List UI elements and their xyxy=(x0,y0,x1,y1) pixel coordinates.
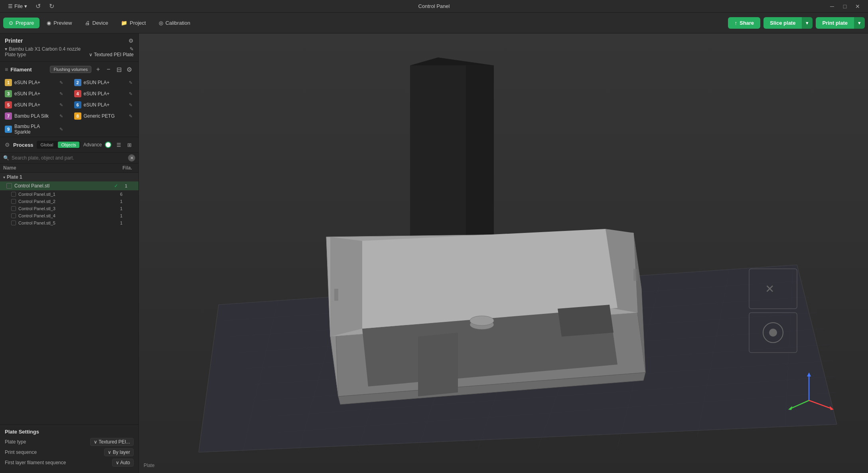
filament-name-9: Bambu PLA Sparkle xyxy=(14,124,56,135)
toggle-objects[interactable]: Objects xyxy=(58,142,79,148)
toggle-global[interactable]: Global xyxy=(37,142,57,148)
flushing-volumes-button[interactable]: Flushing volumes xyxy=(50,66,91,73)
share-group: ↑ Share xyxy=(728,17,760,29)
undo-button[interactable]: ↺ xyxy=(33,1,44,12)
tab-prepare[interactable]: ⊙ Prepare xyxy=(3,18,39,28)
process-title: Process xyxy=(13,142,34,148)
filament-edit-icon-3[interactable]: ✎ xyxy=(58,91,65,97)
filament-name-2: eSUN PLA+ xyxy=(84,80,125,85)
subitem-3-icon xyxy=(11,206,16,211)
filament-edit-icon-4[interactable]: ✎ xyxy=(127,91,134,97)
add-filament-button[interactable]: + xyxy=(94,65,103,74)
tree-subitem-1[interactable]: Control Panel.stl_1 6 xyxy=(0,191,138,198)
printer-edit-button[interactable]: ✎ xyxy=(130,46,134,52)
print-button[interactable]: Print plate xyxy=(816,17,854,29)
filament-item-9[interactable]: 9 Bambu PLA Sparkle ✎ xyxy=(0,122,69,137)
filament-item-8[interactable]: 8 Generic PETG ✎ xyxy=(69,110,139,122)
filament-item-6[interactable]: 6 eSUN PLA+ ✎ xyxy=(69,99,139,110)
filament-item-1[interactable]: 1 eSUN PLA+ ✎ xyxy=(0,77,69,88)
process-grid-button[interactable]: ⊞ xyxy=(125,140,134,149)
printer-section: Printer ⚙ ▾ Bambu Lab X1 Carbon 0.4 nozz… xyxy=(0,34,138,62)
filament-edit-icon-5[interactable]: ✎ xyxy=(58,102,65,108)
maximize-button[interactable]: □ xyxy=(839,2,850,10)
filament-item-2[interactable]: 2 eSUN PLA+ ✎ xyxy=(69,77,139,88)
filament-edit-icon-9[interactable]: ✎ xyxy=(58,126,65,132)
filament-item-3[interactable]: 3 eSUN PLA+ ✎ xyxy=(0,88,69,99)
plate-settings: Plate Settings Plate type ∨ Textured PEI… xyxy=(0,424,138,473)
plate-type-name: Textured PEI Plate xyxy=(94,52,134,57)
filament-presets-button[interactable]: ⊟ xyxy=(114,65,123,74)
filament-edit-icon-6[interactable]: ✎ xyxy=(127,102,134,108)
plate-type-value: ∨ Textured PEI Plate xyxy=(89,52,134,57)
slice-button[interactable]: Slice plate xyxy=(763,17,802,29)
window-controls: ─ □ ✕ xyxy=(827,2,863,10)
filament-item-5[interactable]: 5 eSUN PLA+ ✎ xyxy=(0,99,69,110)
file-chevron-icon: ▾ xyxy=(24,3,27,9)
setting-first-layer-value[interactable]: ∨ Auto xyxy=(112,459,134,467)
tree-subitem-3[interactable]: Control Panel.stl_3 1 xyxy=(0,205,138,212)
subitem-5-fila: 1 xyxy=(115,221,127,225)
search-input[interactable] xyxy=(12,155,126,161)
tree-plate: ▾ Plate 1 xyxy=(0,173,138,181)
filament-item-7[interactable]: 7 Bambu PLA Silk ✎ xyxy=(0,110,69,122)
advance-label: Advance xyxy=(83,142,102,148)
filament-edit-icon-1[interactable]: ✎ xyxy=(58,79,65,86)
filament-grid: 1 eSUN PLA+ ✎ 2 eSUN PLA+ ✎ 3 eSUN PLA+ … xyxy=(0,77,138,137)
print-label: Print plate xyxy=(822,20,848,26)
plate-name: Plate 1 xyxy=(7,174,22,180)
filament-number-6: 6 xyxy=(74,101,81,108)
filament-settings-button[interactable]: ⚙ xyxy=(125,65,134,74)
search-clear-button[interactable]: ✕ xyxy=(128,154,135,162)
subitem-4-fila: 1 xyxy=(115,213,127,218)
close-button[interactable]: ✕ xyxy=(852,2,863,10)
titlebar-left: ☰ File ▾ ↺ ↻ xyxy=(5,1,57,12)
tab-preview[interactable]: ◉ Preview xyxy=(41,18,77,28)
process-list-button[interactable]: ☰ xyxy=(114,140,123,149)
project-icon: 📁 xyxy=(121,20,127,26)
filament-edit-icon-8[interactable]: ✎ xyxy=(127,113,134,119)
tree-subitem-2[interactable]: Control Panel.stl_2 1 xyxy=(0,198,138,205)
redo-button[interactable]: ↻ xyxy=(46,1,57,12)
tree-header-fila: Fila. xyxy=(119,165,135,171)
calibration-icon: ◎ xyxy=(159,20,163,26)
plate-type-label: Plate type xyxy=(5,52,26,57)
filament-edit-icon-7[interactable]: ✎ xyxy=(58,113,65,119)
tab-calibration[interactable]: ◎ Calibration xyxy=(153,18,196,28)
process-section: ⚙ Process Global Objects Advance ☰ ⊞ xyxy=(0,137,138,153)
print-dropdown-button[interactable]: ▾ xyxy=(854,17,865,29)
main-layout: Printer ⚙ ▾ Bambu Lab X1 Carbon 0.4 nozz… xyxy=(0,34,868,473)
preview-label: Preview xyxy=(53,20,72,26)
filament-item-4[interactable]: 4 eSUN PLA+ ✎ xyxy=(69,88,139,99)
tree-subitem-4[interactable]: Control Panel.stl_4 1 xyxy=(0,212,138,219)
setting-plate-type: Plate type ∨ Textured PEI... xyxy=(5,438,134,446)
tab-project[interactable]: 📁 Project xyxy=(115,18,151,28)
tree-header-name: Name xyxy=(3,165,119,171)
filament-number-7: 7 xyxy=(5,112,12,120)
share-button[interactable]: ↑ Share xyxy=(728,17,760,29)
file-button[interactable]: ☰ File ▾ xyxy=(5,2,30,10)
filament-name-7: Bambu PLA Silk xyxy=(14,113,56,119)
setting-print-sequence: Print sequence ∨ By layer xyxy=(5,448,134,456)
slice-dropdown-button[interactable]: ▾ xyxy=(802,17,813,29)
tree-header: Name Fila. xyxy=(0,164,138,173)
viewport[interactable]: ⬚ ⊞ ⟲ ⊟ ☐ ◉ ⊗ ≡ ⊙ ◈ ○ ⊡ ◫ ⊠ ◧ ◩ ⊛ xyxy=(139,34,868,473)
root-item-fila: 1 xyxy=(120,183,132,188)
setting-print-sequence-value[interactable]: ∨ By layer xyxy=(104,448,134,456)
tab-device[interactable]: 🖨 Device xyxy=(79,18,114,28)
setting-plate-type-value[interactable]: ∨ Textured PEI... xyxy=(90,438,134,446)
filament-edit-icon-2[interactable]: ✎ xyxy=(127,79,134,86)
printer-settings-button[interactable]: ⚙ xyxy=(128,37,134,44)
file-label: File xyxy=(14,3,23,9)
remove-filament-button[interactable]: − xyxy=(104,65,113,74)
setting-first-layer: First layer filament sequence ∨ Auto xyxy=(5,459,134,467)
sidebar: Printer ⚙ ▾ Bambu Lab X1 Carbon 0.4 nozz… xyxy=(0,34,139,473)
device-label: Device xyxy=(93,20,108,26)
subitem-3-fila: 1 xyxy=(115,206,127,211)
minimize-button[interactable]: ─ xyxy=(827,2,838,10)
advance-toggle[interactable] xyxy=(105,142,111,148)
share-label: Share xyxy=(740,20,754,26)
process-icon: ⚙ xyxy=(5,142,10,148)
tree-root-item[interactable]: Control Panel.stl ✓ 1 xyxy=(0,181,138,191)
tree-subitem-5[interactable]: Control Panel.stl_5 1 xyxy=(0,219,138,227)
toolbar: ⊙ Prepare ◉ Preview 🖨 Device 📁 Project ◎… xyxy=(0,13,868,34)
